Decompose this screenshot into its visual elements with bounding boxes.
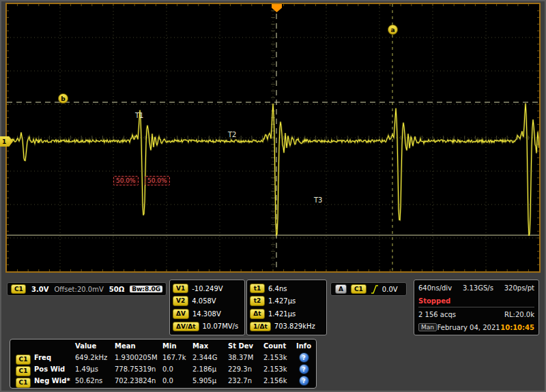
v2-badge[interactable]: V2 bbox=[173, 296, 188, 306]
header-mean: Mean bbox=[115, 342, 162, 350]
header-max: Max bbox=[192, 342, 228, 350]
row3-count: 2.156k bbox=[263, 377, 295, 385]
row3-stdev: 232.7n bbox=[228, 377, 263, 385]
resolution-value: 320ps/pt bbox=[504, 284, 534, 292]
t1-value: 6.4ns bbox=[268, 285, 287, 292]
dt-badge[interactable]: Δt bbox=[250, 309, 265, 319]
cursor-b-marker[interactable]: b bbox=[58, 93, 68, 104]
row2-mean: 778.75319n bbox=[115, 365, 162, 373]
cursor-time-readout: t1 6.4ns t2 1.427µs Δt 1.421µs 1/Δt 703.… bbox=[246, 280, 327, 335]
readout-row-v2: V2 4.058V bbox=[173, 295, 242, 307]
header-stdev: St Dev bbox=[228, 342, 263, 350]
row1-max: 2.344G bbox=[192, 354, 228, 361]
sample-rate-value: 3.13GS/s bbox=[463, 284, 493, 292]
horizontal-settings-row: 640ns/div 3.13GS/s 320ps/pt bbox=[418, 282, 534, 294]
cursor-voltage-readout: V1 -10.249V V2 4.058V ΔV 14.308V ΔV/Δt 1… bbox=[169, 280, 245, 335]
row3-max: 5.905µ bbox=[192, 377, 228, 385]
annotation-t1: T1 bbox=[135, 112, 143, 119]
acquisition-info-box: 640ns/div 3.13GS/s 320ps/pt Stopped 2 15… bbox=[414, 280, 539, 335]
dvdt-value: 10.07MV/s bbox=[203, 322, 239, 330]
row1-stdev: 38.37M bbox=[228, 354, 263, 361]
row1-count: 2.153k bbox=[263, 354, 295, 361]
trigger-bus-badge[interactable]: A bbox=[335, 284, 347, 295]
header-value: Value bbox=[75, 342, 115, 350]
acquisition-state-row: Stopped bbox=[418, 295, 534, 307]
ch1-bandwidth-limit: Bw:8.0G bbox=[130, 286, 162, 292]
t2-badge[interactable]: t2 bbox=[250, 296, 265, 306]
ref-level-right-box: 50.0% bbox=[145, 176, 170, 185]
row2-stdev: 229.3n bbox=[228, 365, 263, 373]
dv-value: 14.308V bbox=[192, 310, 221, 318]
row2-value: 1.49µs bbox=[75, 365, 115, 373]
waveform-display: b a T1 T2 T3 50.0% 50.0% bbox=[5, 3, 541, 273]
row2-name: Pos Wid bbox=[34, 365, 75, 373]
cursor-a-marker[interactable]: a bbox=[388, 25, 398, 35]
inv-dt-value: 703.829kHz bbox=[274, 322, 315, 330]
table-row-freq: C1 Freq 649.2kHz 1.9300205M 167.7k 2.344… bbox=[12, 351, 314, 363]
header-min: Min bbox=[162, 342, 192, 350]
dv-badge[interactable]: ΔV bbox=[173, 309, 189, 319]
ch1-vertical-scale: 3.0V bbox=[31, 286, 48, 293]
readout-row-t1: t1 6.4ns bbox=[250, 282, 324, 295]
row2-info-icon[interactable]: ? bbox=[299, 364, 309, 374]
row3-name: Neg Wid* bbox=[34, 377, 75, 385]
channel1-settings-bar[interactable]: C1 3.0V Offset:20.0mV 50Ω Bw:8.0G bbox=[7, 282, 167, 296]
acquisition-count-row: 2 156 acqs RL:20.0k bbox=[418, 308, 534, 320]
datetime-row: Man February 04, 2021 10:10:45 bbox=[418, 321, 534, 333]
measurement-table-header: Value Mean Min Max St Dev Count Info bbox=[12, 341, 314, 351]
row2-max: 2.186µ bbox=[192, 365, 228, 373]
v2-value: 4.058V bbox=[192, 297, 216, 305]
header-info: Info bbox=[295, 342, 313, 350]
row3-info-icon[interactable]: ? bbox=[299, 376, 309, 386]
readout-row-dt: Δt 1.421µs bbox=[250, 307, 324, 320]
readout-row-t2: t2 1.427µs bbox=[250, 295, 324, 307]
timebase-value: 640ns/div bbox=[418, 284, 452, 292]
ch1-termination: 50Ω bbox=[109, 286, 124, 293]
annotation-t2: T2 bbox=[228, 131, 236, 138]
row3-min: 0.0 bbox=[162, 377, 192, 385]
annotation-t3: T3 bbox=[314, 196, 322, 204]
record-length: RL:20.0k bbox=[504, 311, 534, 318]
graticule-and-trace bbox=[7, 4, 539, 271]
row2-count: 2.153k bbox=[263, 365, 295, 373]
trigger-source-badge[interactable]: C1 bbox=[351, 284, 367, 295]
row1-min: 167.7k bbox=[162, 354, 192, 361]
trigger-level-value: 0.0V bbox=[382, 286, 398, 293]
inv-dt-badge[interactable]: 1/Δt bbox=[250, 322, 271, 332]
row3-mean: 702.23824n bbox=[115, 377, 162, 385]
readout-row-1dt: 1/Δt 703.829kHz bbox=[250, 320, 324, 333]
readout-row-dv: ΔV 14.308V bbox=[173, 307, 242, 320]
dt-value: 1.421µs bbox=[268, 310, 296, 318]
oscilloscope-screen: b a T1 T2 T3 50.0% 50.0% 1 C1 3.0V Offse… bbox=[0, 0, 546, 392]
readout-row-v1: V1 -10.249V bbox=[173, 282, 242, 295]
acquisition-count: 2 156 acqs bbox=[418, 311, 456, 318]
header-count: Count bbox=[263, 342, 295, 350]
t2-value: 1.427µs bbox=[268, 297, 296, 305]
row3-channel-badge[interactable]: C1 bbox=[16, 378, 31, 388]
v1-badge[interactable]: V1 bbox=[173, 284, 188, 294]
row1-mean: 1.9300205M bbox=[115, 354, 162, 361]
t1-badge[interactable]: t1 bbox=[250, 284, 265, 294]
time-value: 10:10:45 bbox=[500, 324, 534, 331]
v1-value: -10.249V bbox=[192, 285, 222, 292]
row1-info-icon[interactable]: ? bbox=[299, 352, 309, 363]
row3-value: 50.62ns bbox=[75, 377, 115, 385]
measurement-table: Value Mean Min Max St Dev Count Info C1 … bbox=[10, 339, 317, 389]
row1-value: 649.2kHz bbox=[75, 354, 115, 361]
date-value: February 04, 2021 bbox=[437, 324, 500, 331]
trigger-readout[interactable]: A C1 0.0V bbox=[330, 282, 407, 296]
readout-row-dvdt: ΔV/Δt 10.07MV/s bbox=[173, 320, 242, 333]
table-row-neg-wid: C1 Neg Wid* 50.62ns 702.23824n 0.0 5.905… bbox=[12, 374, 314, 386]
trigger-slope-icon bbox=[371, 285, 378, 294]
dvdt-badge[interactable]: ΔV/Δt bbox=[173, 322, 199, 332]
ch1-offset: Offset:20.0mV bbox=[54, 286, 103, 293]
channel1-badge[interactable]: C1 bbox=[11, 284, 26, 295]
acquisition-state: Stopped bbox=[418, 297, 450, 305]
acquisition-mode: Man bbox=[418, 323, 437, 331]
ref-level-left-box: 50.0% bbox=[113, 176, 139, 185]
table-row-pos-wid: C1 Pos Wid 1.49µs 778.75319n 0.0 2.186µ … bbox=[12, 363, 314, 374]
row1-name: Freq bbox=[34, 354, 75, 361]
row2-min: 0.0 bbox=[162, 365, 192, 373]
